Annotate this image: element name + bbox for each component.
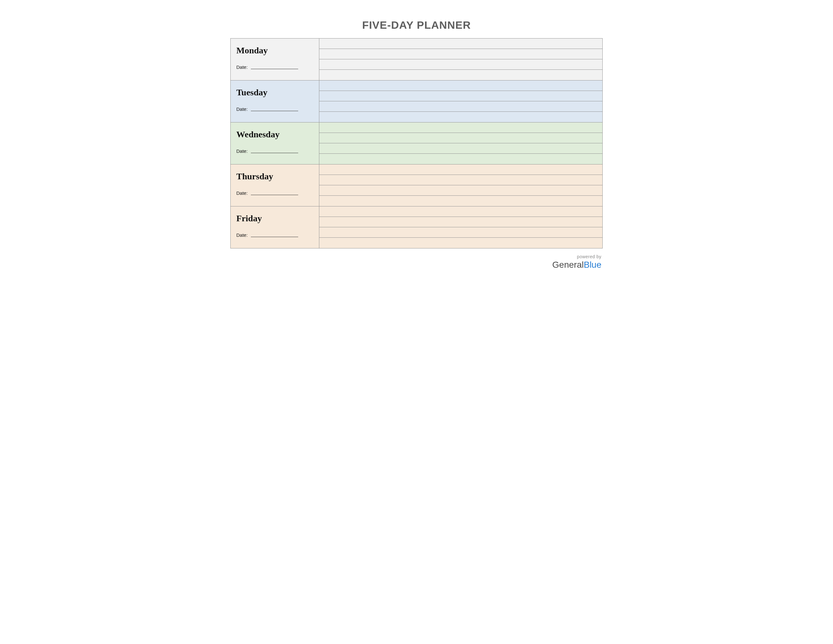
brand-part2: Blue (584, 260, 601, 270)
entry-line[interactable] (319, 70, 602, 80)
entry-line[interactable] (319, 164, 602, 175)
brand-part1: General (552, 260, 584, 270)
day-row-monday: MondayDate: (231, 39, 602, 80)
date-line: Date: (236, 106, 313, 112)
day-header: WednesdayDate: (231, 122, 319, 164)
day-row-friday: FridayDate: (231, 206, 602, 248)
entry-line[interactable] (319, 91, 602, 101)
entry-line[interactable] (319, 122, 602, 133)
entry-line[interactable] (319, 112, 602, 122)
day-lines (319, 39, 602, 80)
day-row-wednesday: WednesdayDate: (231, 122, 602, 164)
day-lines (319, 164, 602, 206)
day-row-thursday: ThursdayDate: (231, 164, 602, 206)
day-header: ThursdayDate: (231, 164, 319, 206)
footer: powered by GeneralBlue (230, 254, 603, 270)
entry-line[interactable] (319, 175, 602, 185)
date-input-line[interactable] (251, 111, 298, 111)
powered-by-label: powered by (230, 254, 601, 259)
entry-line[interactable] (319, 60, 602, 70)
day-name: Monday (236, 45, 313, 56)
page-title: FIVE-DAY PLANNER (230, 19, 603, 31)
entry-line[interactable] (319, 185, 602, 196)
entry-line[interactable] (319, 154, 602, 164)
entry-line[interactable] (319, 143, 602, 154)
entry-line[interactable] (319, 227, 602, 238)
day-name: Thursday (236, 171, 313, 182)
entry-line[interactable] (319, 101, 602, 112)
day-header: TuesdayDate: (231, 80, 319, 122)
brand-logo: GeneralBlue (230, 260, 601, 270)
date-line: Date: (236, 148, 313, 154)
entry-line[interactable] (319, 238, 602, 248)
planner-document: FIVE-DAY PLANNER MondayDate:TuesdayDate:… (230, 19, 603, 625)
entry-line[interactable] (319, 49, 602, 60)
day-lines (319, 80, 602, 122)
day-lines (319, 122, 602, 164)
date-label: Date: (236, 106, 248, 112)
date-input-line[interactable] (251, 153, 298, 153)
planner-table: MondayDate:TuesdayDate:WednesdayDate:Thu… (230, 38, 603, 248)
day-header: MondayDate: (231, 39, 319, 80)
date-line: Date: (236, 232, 313, 238)
date-label: Date: (236, 190, 248, 196)
day-lines (319, 206, 602, 248)
entry-line[interactable] (319, 196, 602, 206)
date-label: Date: (236, 148, 248, 154)
entry-line[interactable] (319, 217, 602, 227)
date-input-line[interactable] (251, 69, 298, 69)
day-name: Friday (236, 213, 313, 224)
entry-line[interactable] (319, 133, 602, 143)
date-label: Date: (236, 64, 248, 70)
day-name: Wednesday (236, 129, 313, 140)
entry-line[interactable] (319, 206, 602, 217)
day-row-tuesday: TuesdayDate: (231, 80, 602, 122)
entry-line[interactable] (319, 80, 602, 91)
date-label: Date: (236, 232, 248, 238)
day-header: FridayDate: (231, 206, 319, 248)
entry-line[interactable] (319, 39, 602, 49)
day-name: Tuesday (236, 87, 313, 98)
date-line: Date: (236, 64, 313, 70)
date-line: Date: (236, 190, 313, 196)
